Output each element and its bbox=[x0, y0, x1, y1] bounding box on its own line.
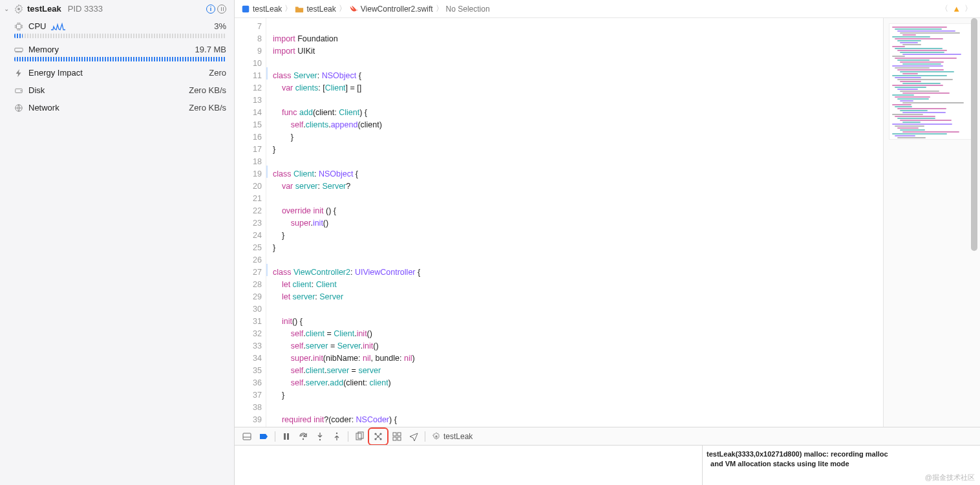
network-label: Network bbox=[28, 103, 59, 113]
info-badge-icon[interactable]: i bbox=[206, 5, 215, 14]
location-button[interactable] bbox=[405, 429, 422, 444]
cpu-value: 3% bbox=[214, 21, 226, 31]
process-name: testLeak bbox=[27, 4, 61, 14]
code-editor[interactable]: import Foundationimport UIKit class Serv… bbox=[266, 18, 883, 427]
disk-value: Zero KB/s bbox=[189, 85, 226, 95]
folder-icon bbox=[295, 5, 304, 14]
jump-bar[interactable]: testLeak 〉 testLeak 〉 ViewController2.sw… bbox=[235, 0, 980, 18]
environment-overrides-button[interactable] bbox=[389, 429, 405, 444]
svg-point-25 bbox=[435, 435, 438, 438]
network-icon bbox=[14, 103, 23, 113]
nav-back-icon[interactable]: 〈 bbox=[939, 3, 950, 14]
memory-label: Memory bbox=[28, 45, 59, 54]
svg-point-4 bbox=[21, 90, 22, 91]
swift-file-icon bbox=[349, 5, 358, 14]
cpu-sparkline-icon bbox=[51, 23, 65, 30]
process-row[interactable]: ⌄ testLeak PID 3333 i bbox=[0, 0, 234, 17]
pause-continue-button[interactable] bbox=[278, 429, 295, 444]
svg-point-11 bbox=[303, 438, 304, 439]
debug-bar: testLeak bbox=[235, 427, 980, 445]
chevron-right-icon: 〉 bbox=[339, 3, 346, 14]
memory-value: 19.7 MB bbox=[195, 45, 226, 54]
variables-view[interactable] bbox=[235, 446, 702, 485]
energy-value: Zero bbox=[209, 68, 226, 78]
view-debugger-button[interactable] bbox=[351, 429, 368, 444]
svg-rect-1 bbox=[17, 24, 21, 28]
path-seg-3[interactable]: No Selection bbox=[446, 5, 490, 14]
hide-debug-area-button[interactable] bbox=[239, 429, 255, 444]
step-out-button[interactable] bbox=[328, 429, 345, 444]
cpu-icon bbox=[14, 22, 23, 31]
cpu-bar bbox=[14, 34, 226, 38]
svg-rect-21 bbox=[393, 433, 396, 436]
console-line-2: and VM allocation stacks using lite mode bbox=[707, 460, 849, 468]
disk-label: Disk bbox=[28, 85, 45, 95]
path-seg-1[interactable]: testLeak bbox=[306, 5, 336, 14]
step-into-button[interactable] bbox=[312, 429, 328, 444]
cpu-label: CPU bbox=[28, 21, 46, 31]
pause-mini-icon[interactable] bbox=[217, 5, 226, 14]
console-output[interactable]: testLeak(3333,0x10271d800) malloc: recor… bbox=[702, 446, 980, 485]
scrollbar-thumb[interactable] bbox=[971, 18, 977, 251]
console-area: testLeak(3333,0x10271d800) malloc: recor… bbox=[235, 445, 980, 485]
disk-icon bbox=[14, 86, 23, 95]
cpu-metric-row[interactable]: CPU 3% bbox=[0, 17, 234, 35]
console-line-1: testLeak(3333,0x10271d800) malloc: recor… bbox=[707, 450, 888, 458]
disclosure-chevron-icon[interactable]: ⌄ bbox=[4, 5, 10, 12]
svg-point-13 bbox=[336, 432, 337, 433]
energy-metric-row[interactable]: Energy Impact Zero bbox=[0, 64, 234, 81]
separator bbox=[425, 431, 425, 442]
memory-graph-button-highlighted[interactable] bbox=[368, 427, 389, 446]
memory-bar bbox=[14, 57, 226, 61]
editor-area: testLeak 〉 testLeak 〉 ViewController2.sw… bbox=[235, 0, 980, 485]
process-icon bbox=[14, 5, 23, 14]
memory-metric-row[interactable]: Memory 19.7 MB bbox=[0, 41, 234, 58]
step-over-button[interactable] bbox=[295, 429, 312, 444]
memory-graph-icon bbox=[370, 429, 387, 444]
svg-rect-7 bbox=[243, 433, 251, 440]
svg-point-0 bbox=[17, 7, 20, 10]
process-pid: PID 3333 bbox=[68, 4, 103, 14]
path-seg-2[interactable]: ViewController2.swift bbox=[361, 5, 433, 14]
svg-rect-23 bbox=[393, 437, 396, 440]
breakpoints-toggle-button[interactable] bbox=[255, 429, 272, 444]
path-seg-0[interactable]: testLeak bbox=[253, 5, 282, 14]
process-icon bbox=[432, 432, 441, 441]
network-value: Zero KB/s bbox=[189, 103, 226, 113]
chevron-right-icon: 〉 bbox=[436, 3, 443, 14]
watermark: @掘金技术社区 bbox=[925, 473, 975, 482]
process-selector-label: testLeak bbox=[443, 432, 473, 441]
svg-rect-2 bbox=[15, 48, 23, 51]
energy-icon bbox=[14, 69, 23, 78]
line-gutter[interactable]: 7891011121314151617181920212223242526272… bbox=[235, 18, 266, 427]
nav-forward-icon[interactable]: 〉 bbox=[963, 3, 974, 14]
warning-icon[interactable]: ▲ bbox=[952, 4, 961, 14]
svg-rect-6 bbox=[242, 5, 250, 12]
svg-point-12 bbox=[319, 438, 321, 440]
svg-rect-24 bbox=[398, 437, 401, 440]
svg-rect-10 bbox=[287, 433, 289, 440]
svg-rect-22 bbox=[398, 433, 401, 436]
project-icon bbox=[241, 5, 250, 14]
debug-navigator-sidebar: ⌄ testLeak PID 3333 i CPU 3% bbox=[0, 0, 235, 485]
network-metric-row[interactable]: Network Zero KB/s bbox=[0, 99, 234, 116]
disk-metric-row[interactable]: Disk Zero KB/s bbox=[0, 81, 234, 99]
memory-icon bbox=[14, 45, 23, 54]
minimap[interactable] bbox=[883, 18, 980, 427]
energy-label: Energy Impact bbox=[28, 68, 83, 78]
separator bbox=[348, 431, 348, 442]
svg-rect-9 bbox=[284, 433, 286, 440]
scrollbar[interactable] bbox=[970, 18, 979, 427]
chevron-right-icon: 〉 bbox=[284, 3, 292, 14]
process-selector[interactable]: testLeak bbox=[428, 432, 476, 441]
separator bbox=[275, 431, 275, 442]
